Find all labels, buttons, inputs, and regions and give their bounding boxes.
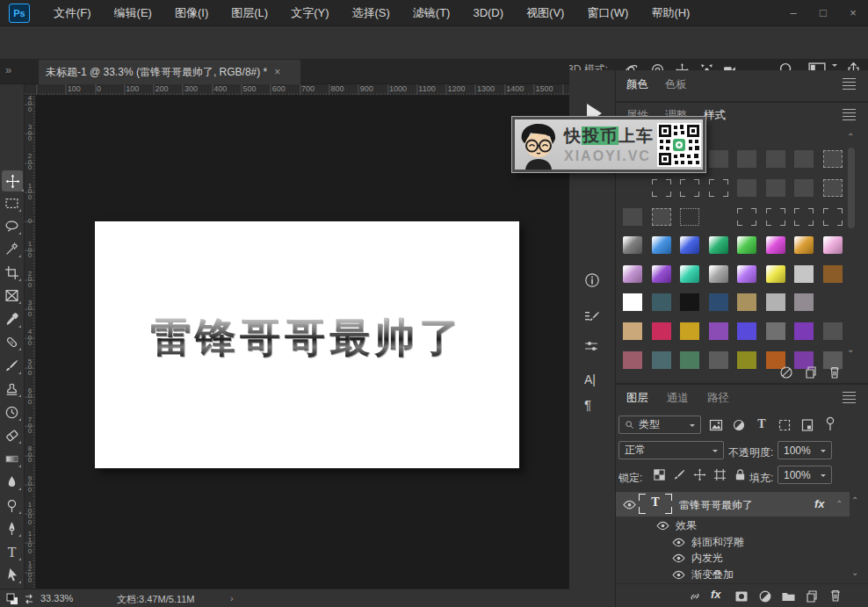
document-canvas[interactable]: 雷锋哥哥最帅了 (95, 221, 519, 468)
blend-mode-dropdown[interactable]: 正常 (618, 441, 724, 459)
maximize-icon[interactable]: □ (808, 0, 838, 26)
style-swatch[interactable] (794, 322, 814, 340)
filter-type-layers-icon[interactable]: T (755, 417, 769, 431)
style-swatch[interactable] (823, 179, 843, 197)
style-swatch[interactable] (823, 236, 843, 254)
style-swatch[interactable] (823, 322, 843, 340)
lock-all-icon[interactable] (734, 468, 747, 481)
new-adjustment-layer-icon[interactable] (758, 589, 772, 603)
close-icon[interactable]: × (838, 0, 868, 26)
style-swatch[interactable] (709, 293, 728, 311)
style-swatch[interactable] (794, 208, 814, 226)
layer-row-selected[interactable]: T 雷锋哥哥最帅了 fx ⌃ (616, 492, 850, 517)
color-panel-menu-icon[interactable] (843, 78, 856, 90)
effect-row[interactable]: 内发光 (616, 551, 868, 567)
style-swatch[interactable] (680, 179, 699, 197)
menu-item-type[interactable]: 文字(Y) (279, 0, 340, 26)
tab-paths[interactable]: 路径 (707, 391, 729, 406)
menu-item-edit[interactable]: 编辑(E) (103, 0, 163, 26)
style-swatch[interactable] (823, 208, 843, 226)
menu-item-help[interactable]: 帮助(H) (640, 0, 701, 26)
effect-row[interactable]: 渐变叠加 (616, 567, 868, 582)
style-swatch[interactable] (766, 150, 785, 168)
zoom-level[interactable]: 33.33% (40, 593, 73, 603)
style-swatch[interactable] (623, 208, 642, 226)
frame-tool[interactable] (4, 288, 20, 304)
tab-overflow-icon[interactable]: » (5, 63, 11, 76)
layer-filter-dropdown[interactable]: 类型 (618, 416, 701, 434)
tool-presets-panel-icon[interactable] (584, 338, 600, 354)
minimize-icon[interactable]: – (778, 0, 808, 26)
clone-stamp-tool[interactable] (4, 381, 20, 397)
style-swatch[interactable] (709, 265, 728, 283)
paragraph-panel-icon[interactable]: ¶ (584, 397, 600, 413)
style-swatch[interactable] (823, 150, 843, 168)
style-swatch[interactable] (709, 351, 728, 369)
crop-tool[interactable] (4, 265, 20, 281)
style-swatch[interactable] (652, 179, 671, 197)
style-swatch[interactable] (680, 208, 699, 226)
style-swatch[interactable] (652, 293, 671, 311)
filter-toggle-icon[interactable] (825, 416, 835, 434)
style-swatch[interactable] (709, 236, 728, 254)
style-swatch[interactable] (680, 236, 699, 254)
magic-wand-tool[interactable] (4, 242, 20, 257)
style-swatch[interactable] (680, 265, 699, 283)
menu-item-layer[interactable]: 图层(L) (220, 0, 279, 26)
style-swatch[interactable] (766, 322, 785, 340)
filter-adjustment-layers-icon[interactable] (732, 418, 746, 432)
effect-row[interactable]: 斜面和浮雕 (616, 534, 868, 550)
tab-close-icon[interactable]: × (274, 66, 280, 78)
style-swatch[interactable] (709, 179, 728, 197)
new-style-icon[interactable] (804, 365, 818, 379)
style-swatch[interactable] (652, 236, 671, 254)
character-panel-icon[interactable]: A| (584, 372, 600, 388)
styles-scroll-up-icon[interactable]: ⌃ (847, 132, 854, 141)
style-swatch[interactable] (709, 322, 728, 340)
layer-fx-badge[interactable]: fx (814, 497, 825, 510)
eraser-tool[interactable] (4, 428, 20, 444)
menu-item-select[interactable]: 选择(S) (340, 0, 401, 26)
vertical-ruler[interactable]: 4 0 03 0 02 0 01 0 001 0 02 0 03 0 04 0 … (25, 96, 36, 589)
style-swatch[interactable] (766, 236, 785, 254)
style-swatch[interactable] (652, 322, 671, 340)
style-swatch[interactable] (737, 150, 756, 168)
layers-scroll-up-icon[interactable]: ⌃ (851, 495, 858, 505)
filter-pixel-layers-icon[interactable] (709, 418, 723, 432)
menu-item-window[interactable]: 窗口(W) (575, 0, 640, 26)
rectangular-marquee-tool[interactable] (4, 196, 20, 212)
styles-scrollbar[interactable] (848, 148, 855, 228)
opacity-dropdown[interactable]: 100% (778, 441, 832, 459)
style-swatch[interactable] (823, 265, 843, 283)
fill-dropdown[interactable]: 100% (778, 466, 832, 484)
delete-layer-icon[interactable] (828, 589, 843, 603)
info-panel-icon[interactable] (584, 272, 600, 288)
style-swatch[interactable] (623, 351, 642, 369)
type-tool[interactable]: T (4, 545, 20, 560)
filter-smart-objects-icon[interactable] (800, 418, 814, 432)
collapse-effects-icon[interactable]: ⌃ (835, 499, 843, 509)
swap-colors-icon[interactable] (23, 593, 35, 605)
style-swatch[interactable] (766, 293, 785, 311)
layers-scroll-down-icon[interactable]: ⌄ (851, 567, 858, 577)
clear-style-icon[interactable] (779, 365, 793, 379)
brush-settings-panel-icon[interactable] (584, 309, 600, 325)
effects-header-row[interactable]: 效果 (616, 517, 868, 533)
spot-healing-brush-tool[interactable] (4, 335, 20, 350)
style-swatch[interactable] (680, 293, 699, 311)
style-swatch[interactable] (794, 265, 814, 283)
styles-scroll-down-icon[interactable]: ⌄ (847, 344, 854, 354)
filter-shape-layers-icon[interactable] (778, 418, 792, 432)
brush-tool[interactable] (4, 358, 20, 374)
layer-visibility-eye-icon[interactable] (623, 500, 636, 509)
style-swatch[interactable] (766, 179, 785, 197)
style-swatch[interactable] (623, 236, 642, 254)
canvas-pasteboard[interactable]: 雷锋哥哥最帅了 (36, 96, 569, 589)
new-layer-icon[interactable] (805, 589, 819, 603)
style-swatch[interactable] (737, 293, 756, 311)
style-swatch[interactable] (737, 351, 756, 369)
lock-artboard-icon[interactable] (713, 468, 727, 481)
style-swatch[interactable] (794, 150, 814, 168)
tab-styles[interactable]: 样式 (704, 108, 726, 123)
tab-channels[interactable]: 通道 (667, 391, 689, 406)
